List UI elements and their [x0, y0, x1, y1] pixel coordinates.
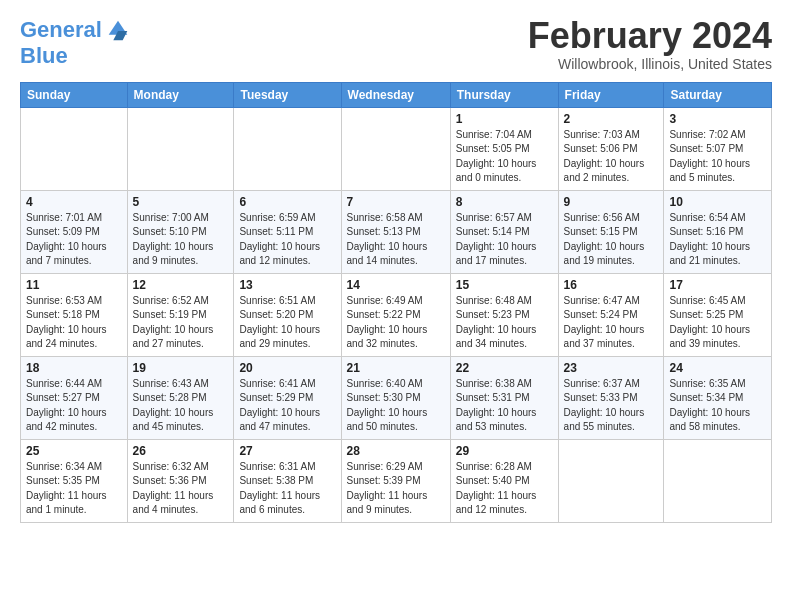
table-row: 25Sunrise: 6:34 AM Sunset: 5:35 PM Dayli… [21, 439, 128, 522]
day-info: Sunrise: 6:47 AM Sunset: 5:24 PM Dayligh… [564, 294, 659, 352]
day-number: 21 [347, 361, 445, 375]
day-number: 4 [26, 195, 122, 209]
table-row [21, 107, 128, 190]
day-number: 12 [133, 278, 229, 292]
day-number: 28 [347, 444, 445, 458]
day-info: Sunrise: 6:34 AM Sunset: 5:35 PM Dayligh… [26, 460, 122, 518]
table-row [664, 439, 772, 522]
calendar-week-3: 11Sunrise: 6:53 AM Sunset: 5:18 PM Dayli… [21, 273, 772, 356]
logo: General Blue [20, 16, 132, 68]
table-row: 19Sunrise: 6:43 AM Sunset: 5:28 PM Dayli… [127, 356, 234, 439]
calendar-week-4: 18Sunrise: 6:44 AM Sunset: 5:27 PM Dayli… [21, 356, 772, 439]
day-number: 11 [26, 278, 122, 292]
table-row: 1Sunrise: 7:04 AM Sunset: 5:05 PM Daylig… [450, 107, 558, 190]
day-number: 18 [26, 361, 122, 375]
day-number: 27 [239, 444, 335, 458]
table-row: 10Sunrise: 6:54 AM Sunset: 5:16 PM Dayli… [664, 190, 772, 273]
day-number: 20 [239, 361, 335, 375]
day-info: Sunrise: 6:32 AM Sunset: 5:36 PM Dayligh… [133, 460, 229, 518]
day-number: 23 [564, 361, 659, 375]
table-row [234, 107, 341, 190]
col-wednesday: Wednesday [341, 82, 450, 107]
table-row: 15Sunrise: 6:48 AM Sunset: 5:23 PM Dayli… [450, 273, 558, 356]
table-row: 29Sunrise: 6:28 AM Sunset: 5:40 PM Dayli… [450, 439, 558, 522]
day-number: 1 [456, 112, 553, 126]
day-info: Sunrise: 6:38 AM Sunset: 5:31 PM Dayligh… [456, 377, 553, 435]
calendar-week-5: 25Sunrise: 6:34 AM Sunset: 5:35 PM Dayli… [21, 439, 772, 522]
table-row: 6Sunrise: 6:59 AM Sunset: 5:11 PM Daylig… [234, 190, 341, 273]
day-info: Sunrise: 6:53 AM Sunset: 5:18 PM Dayligh… [26, 294, 122, 352]
day-number: 3 [669, 112, 766, 126]
day-info: Sunrise: 6:51 AM Sunset: 5:20 PM Dayligh… [239, 294, 335, 352]
day-info: Sunrise: 6:59 AM Sunset: 5:11 PM Dayligh… [239, 211, 335, 269]
day-info: Sunrise: 6:56 AM Sunset: 5:15 PM Dayligh… [564, 211, 659, 269]
table-row: 16Sunrise: 6:47 AM Sunset: 5:24 PM Dayli… [558, 273, 664, 356]
day-info: Sunrise: 6:41 AM Sunset: 5:29 PM Dayligh… [239, 377, 335, 435]
day-info: Sunrise: 6:43 AM Sunset: 5:28 PM Dayligh… [133, 377, 229, 435]
table-row: 2Sunrise: 7:03 AM Sunset: 5:06 PM Daylig… [558, 107, 664, 190]
table-row: 9Sunrise: 6:56 AM Sunset: 5:15 PM Daylig… [558, 190, 664, 273]
day-number: 6 [239, 195, 335, 209]
page: General Blue February 2024 Willowbrook, … [0, 0, 792, 533]
day-info: Sunrise: 6:52 AM Sunset: 5:19 PM Dayligh… [133, 294, 229, 352]
table-row: 3Sunrise: 7:02 AM Sunset: 5:07 PM Daylig… [664, 107, 772, 190]
table-row: 17Sunrise: 6:45 AM Sunset: 5:25 PM Dayli… [664, 273, 772, 356]
location: Willowbrook, Illinois, United States [528, 56, 772, 72]
day-number: 8 [456, 195, 553, 209]
col-saturday: Saturday [664, 82, 772, 107]
day-info: Sunrise: 6:31 AM Sunset: 5:38 PM Dayligh… [239, 460, 335, 518]
logo-line2: Blue [20, 44, 132, 68]
table-row: 23Sunrise: 6:37 AM Sunset: 5:33 PM Dayli… [558, 356, 664, 439]
day-number: 10 [669, 195, 766, 209]
day-number: 9 [564, 195, 659, 209]
calendar-table: Sunday Monday Tuesday Wednesday Thursday… [20, 82, 772, 523]
day-number: 19 [133, 361, 229, 375]
day-info: Sunrise: 7:00 AM Sunset: 5:10 PM Dayligh… [133, 211, 229, 269]
day-number: 14 [347, 278, 445, 292]
day-number: 29 [456, 444, 553, 458]
day-number: 2 [564, 112, 659, 126]
table-row: 24Sunrise: 6:35 AM Sunset: 5:34 PM Dayli… [664, 356, 772, 439]
day-info: Sunrise: 6:37 AM Sunset: 5:33 PM Dayligh… [564, 377, 659, 435]
day-info: Sunrise: 7:03 AM Sunset: 5:06 PM Dayligh… [564, 128, 659, 186]
day-info: Sunrise: 7:01 AM Sunset: 5:09 PM Dayligh… [26, 211, 122, 269]
table-row: 5Sunrise: 7:00 AM Sunset: 5:10 PM Daylig… [127, 190, 234, 273]
col-sunday: Sunday [21, 82, 128, 107]
col-monday: Monday [127, 82, 234, 107]
day-info: Sunrise: 6:48 AM Sunset: 5:23 PM Dayligh… [456, 294, 553, 352]
day-info: Sunrise: 6:40 AM Sunset: 5:30 PM Dayligh… [347, 377, 445, 435]
day-info: Sunrise: 6:45 AM Sunset: 5:25 PM Dayligh… [669, 294, 766, 352]
table-row: 7Sunrise: 6:58 AM Sunset: 5:13 PM Daylig… [341, 190, 450, 273]
day-info: Sunrise: 7:04 AM Sunset: 5:05 PM Dayligh… [456, 128, 553, 186]
table-row: 12Sunrise: 6:52 AM Sunset: 5:19 PM Dayli… [127, 273, 234, 356]
day-number: 5 [133, 195, 229, 209]
day-number: 17 [669, 278, 766, 292]
table-row: 4Sunrise: 7:01 AM Sunset: 5:09 PM Daylig… [21, 190, 128, 273]
table-row: 8Sunrise: 6:57 AM Sunset: 5:14 PM Daylig… [450, 190, 558, 273]
table-row: 13Sunrise: 6:51 AM Sunset: 5:20 PM Dayli… [234, 273, 341, 356]
table-row [558, 439, 664, 522]
logo-icon [104, 16, 132, 44]
table-row: 18Sunrise: 6:44 AM Sunset: 5:27 PM Dayli… [21, 356, 128, 439]
col-tuesday: Tuesday [234, 82, 341, 107]
day-info: Sunrise: 6:29 AM Sunset: 5:39 PM Dayligh… [347, 460, 445, 518]
table-row: 22Sunrise: 6:38 AM Sunset: 5:31 PM Dayli… [450, 356, 558, 439]
calendar-week-2: 4Sunrise: 7:01 AM Sunset: 5:09 PM Daylig… [21, 190, 772, 273]
logo-text: General [20, 18, 102, 42]
day-info: Sunrise: 7:02 AM Sunset: 5:07 PM Dayligh… [669, 128, 766, 186]
calendar-week-1: 1Sunrise: 7:04 AM Sunset: 5:05 PM Daylig… [21, 107, 772, 190]
day-number: 15 [456, 278, 553, 292]
day-info: Sunrise: 6:44 AM Sunset: 5:27 PM Dayligh… [26, 377, 122, 435]
table-row: 28Sunrise: 6:29 AM Sunset: 5:39 PM Dayli… [341, 439, 450, 522]
table-row: 14Sunrise: 6:49 AM Sunset: 5:22 PM Dayli… [341, 273, 450, 356]
title-block: February 2024 Willowbrook, Illinois, Uni… [528, 16, 772, 72]
day-number: 25 [26, 444, 122, 458]
month-title: February 2024 [528, 16, 772, 56]
table-row: 11Sunrise: 6:53 AM Sunset: 5:18 PM Dayli… [21, 273, 128, 356]
day-number: 16 [564, 278, 659, 292]
header: General Blue February 2024 Willowbrook, … [20, 16, 772, 72]
day-info: Sunrise: 6:35 AM Sunset: 5:34 PM Dayligh… [669, 377, 766, 435]
table-row: 26Sunrise: 6:32 AM Sunset: 5:36 PM Dayli… [127, 439, 234, 522]
calendar-header-row: Sunday Monday Tuesday Wednesday Thursday… [21, 82, 772, 107]
table-row [341, 107, 450, 190]
